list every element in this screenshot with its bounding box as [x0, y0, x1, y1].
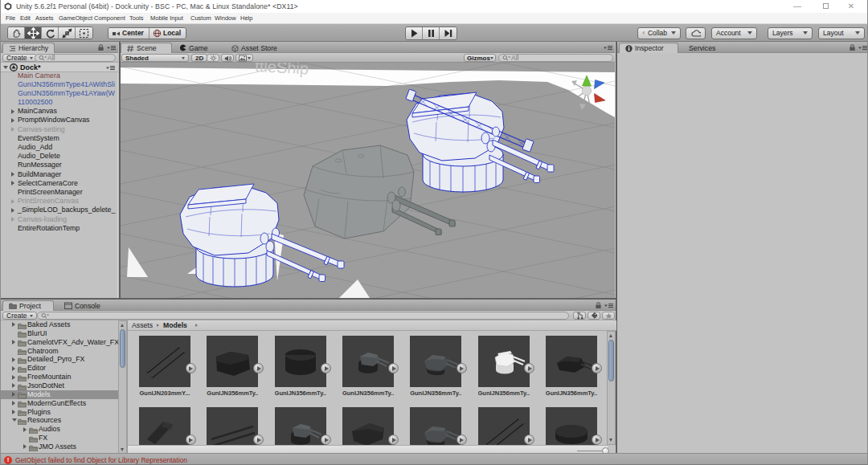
- 2d-toggle-button[interactable]: 2D: [191, 54, 207, 62]
- cloud-button[interactable]: [686, 27, 706, 39]
- asset-item[interactable]: [478, 407, 530, 445]
- project-create-button[interactable]: Create: [2, 312, 37, 320]
- project-folder-item[interactable]: Baked Assets: [1, 320, 118, 329]
- menu-custom[interactable]: Custom: [190, 14, 211, 22]
- hierarchy-search-input[interactable]: All: [35, 54, 116, 62]
- hierarchy-item[interactable]: 110002500: [1, 98, 118, 107]
- hierarchy-item[interactable]: EventSystem: [1, 134, 118, 143]
- menu-edit[interactable]: Edit: [20, 14, 31, 22]
- project-folder-item[interactable]: BlurUI: [1, 329, 118, 338]
- expand-arrow-icon[interactable]: [12, 410, 15, 414]
- asset-item[interactable]: GunIJN203mmY...: [139, 336, 190, 397]
- expand-arrow-icon[interactable]: [11, 118, 14, 123]
- tab-console[interactable]: Console: [59, 300, 107, 311]
- asset-item[interactable]: GunIJN356mmTy...: [478, 336, 530, 397]
- pivot-local-button[interactable]: Local: [149, 28, 186, 39]
- asset-item[interactable]: GunIJN356mmTy...: [410, 336, 461, 397]
- project-folder-item[interactable]: Detailed_Pyro_FX: [1, 355, 118, 364]
- lock-icon[interactable]: [97, 44, 104, 51]
- status-bar[interactable]: ! GetObject failed to find Object for Li…: [1, 453, 868, 465]
- menu-assets[interactable]: Assets: [35, 14, 54, 22]
- gizmos-dropdown[interactable]: Gizmos: [464, 54, 496, 62]
- search-by-label-button[interactable]: [588, 312, 600, 320]
- expand-arrow-icon[interactable]: [12, 322, 15, 327]
- tab-project[interactable]: Project: [2, 300, 54, 311]
- project-folder-item[interactable]: FX: [1, 434, 118, 443]
- asset-play-badge[interactable]: [592, 363, 602, 373]
- scene-viewport[interactable]: ttleShip: [121, 63, 615, 298]
- hierarchy-item[interactable]: _SimpleLOD_backups_delete_: [1, 206, 118, 214]
- scene-lighting-button[interactable]: [207, 54, 219, 62]
- asset-play-badge[interactable]: [524, 363, 534, 373]
- expand-arrow-icon[interactable]: [11, 199, 14, 204]
- collab-button[interactable]: Collab: [637, 27, 681, 39]
- expand-arrow-icon[interactable]: [11, 127, 14, 132]
- foldout-arrow-icon[interactable]: [3, 66, 8, 69]
- asset-item[interactable]: [139, 407, 190, 445]
- expand-arrow-icon[interactable]: [11, 208, 14, 213]
- rotate-tool-button[interactable]: [42, 27, 59, 39]
- expand-arrow-icon[interactable]: [23, 427, 27, 432]
- asset-item[interactable]: GunIJN356mmTy...: [546, 336, 597, 397]
- asset-play-badge[interactable]: [253, 434, 264, 445]
- hierarchy-create-button[interactable]: Create: [2, 54, 37, 62]
- expand-arrow-icon[interactable]: [12, 392, 15, 397]
- menu-mobile-input[interactable]: Mobile Input: [150, 14, 183, 22]
- asset-play-badge[interactable]: [186, 434, 196, 445]
- asset-item[interactable]: [546, 407, 597, 445]
- rect-tool-button[interactable]: [76, 27, 92, 39]
- asset-play-badge[interactable]: [388, 363, 399, 373]
- asset-play-badge[interactable]: [457, 434, 467, 445]
- project-folder-item[interactable]: Resources: [1, 416, 118, 425]
- hierarchy-item[interactable]: Main Camera: [1, 71, 118, 80]
- scene-audio-button[interactable]: [221, 54, 234, 62]
- asset-item[interactable]: [410, 407, 461, 445]
- minimize-button[interactable]: —: [785, 0, 809, 12]
- pause-button[interactable]: [423, 27, 440, 39]
- menu-tools[interactable]: Tools: [129, 14, 144, 22]
- asset-play-badge[interactable]: [253, 363, 264, 373]
- hierarchy-item[interactable]: SelectCameraCore: [1, 179, 118, 188]
- scrollbar-arrow-icon[interactable]: [609, 334, 612, 337]
- project-folder-item[interactable]: CamelotVFX_Adv_Water_FX: [1, 338, 118, 347]
- tab-hierarchy[interactable]: Hierarchy: [2, 43, 55, 53]
- scrollbar-arrow-icon[interactable]: [609, 438, 612, 442]
- menu-help[interactable]: Help: [240, 14, 252, 22]
- expand-arrow-icon[interactable]: [12, 357, 15, 362]
- panel-menu-icon[interactable]: [858, 45, 867, 51]
- move-tool-button[interactable]: [25, 27, 42, 39]
- layout-dropdown[interactable]: Layout: [818, 27, 865, 39]
- asset-item[interactable]: [207, 407, 258, 445]
- project-folder-item[interactable]: Audios: [1, 425, 118, 434]
- play-button[interactable]: [406, 27, 423, 39]
- project-search-input[interactable]: [37, 312, 569, 320]
- hierarchy-item[interactable]: BuildManager: [1, 170, 118, 179]
- project-folder-item[interactable]: Chatroom: [1, 347, 118, 356]
- account-dropdown[interactable]: Account: [711, 27, 757, 39]
- asset-play-badge[interactable]: [321, 434, 331, 445]
- expand-arrow-icon[interactable]: [11, 181, 14, 186]
- tab-game[interactable]: Game: [174, 43, 214, 53]
- scale-tool-button[interactable]: [59, 27, 76, 39]
- close-button[interactable]: ✕: [839, 0, 863, 12]
- asset-play-badge[interactable]: [592, 434, 602, 445]
- scrollbar-thumb[interactable]: [608, 340, 614, 381]
- hierarchy-item[interactable]: Audio_Add: [1, 143, 118, 152]
- project-folder-item[interactable]: ModernGunEffects: [1, 399, 118, 408]
- pivot-center-button[interactable]: Center: [108, 28, 149, 39]
- asset-item[interactable]: GunIJN356mmTy...: [207, 336, 258, 397]
- hierarchy-item[interactable]: PromptWindowCanvas: [1, 116, 118, 124]
- project-folder-item[interactable]: Models: [1, 390, 118, 399]
- asset-play-badge[interactable]: [321, 363, 331, 373]
- layers-dropdown[interactable]: Layers: [768, 27, 813, 39]
- hierarchy-item[interactable]: RunMessager: [1, 161, 118, 169]
- panel-menu-icon[interactable]: [604, 45, 612, 51]
- hierarchy-item[interactable]: PrintSrceenCanvas: [1, 197, 118, 206]
- project-folder-item[interactable]: FreeMountain: [1, 373, 118, 381]
- expand-arrow-icon[interactable]: [12, 340, 15, 345]
- step-button[interactable]: [440, 27, 457, 39]
- scrollbar-arrow-icon[interactable]: [121, 448, 124, 451]
- hierarchy-item[interactable]: GunIJN356mmType41AYaw(W: [1, 89, 118, 98]
- hierarchy-item[interactable]: MainCanvas: [1, 107, 118, 116]
- expand-arrow-icon[interactable]: [11, 172, 14, 177]
